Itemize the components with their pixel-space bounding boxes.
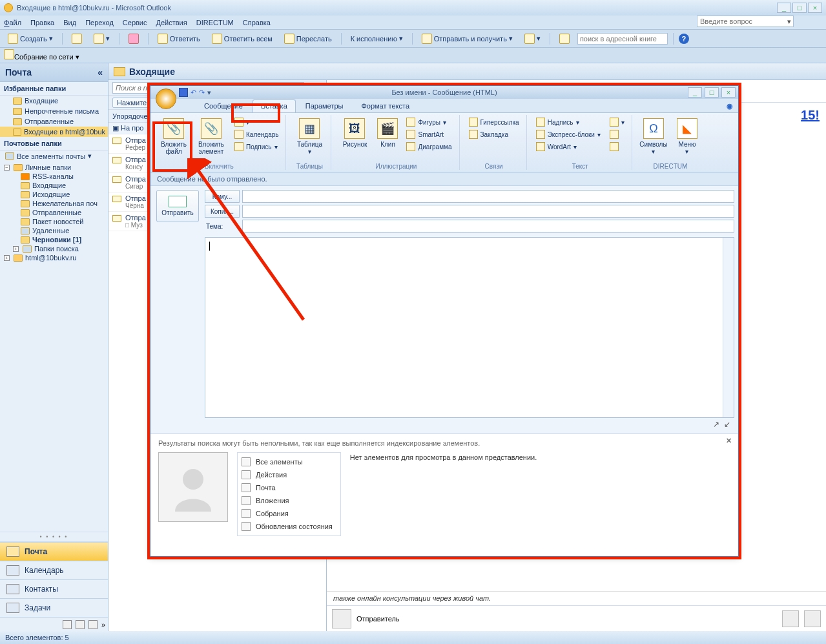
- cc-field[interactable]: [242, 205, 734, 218]
- menu-view[interactable]: Вид: [63, 19, 76, 26]
- tree-search-folders[interactable]: +Папки поиска: [12, 244, 108, 253]
- send-receive-button[interactable]: Отправить и получить ▾: [418, 32, 517, 46]
- tree-junk[interactable]: Нежелательная поч: [12, 199, 108, 208]
- compose-maximize[interactable]: □: [705, 87, 719, 98]
- nav-splitter[interactable]: • • • • •: [0, 532, 108, 542]
- pp-tab-status[interactable]: Обновления состояния: [240, 520, 334, 533]
- close-people-pane[interactable]: ✕: [726, 437, 732, 445]
- pp-tab-all[interactable]: Все элементы: [240, 455, 334, 468]
- expand-people-pane[interactable]: ↗ ↙: [713, 420, 732, 429]
- people-pane-icon[interactable]: [782, 610, 799, 627]
- qat-dropdown[interactable]: ▾: [207, 88, 211, 97]
- tree-inbox[interactable]: Входящие: [12, 181, 108, 190]
- textbox-button[interactable]: Надпись ▾: [533, 116, 604, 128]
- picture-button[interactable]: 🖼Рисунок: [337, 116, 372, 150]
- send-button[interactable]: Отправить: [156, 190, 199, 222]
- nav-calendar-button[interactable]: Календарь: [0, 561, 108, 579]
- wordart-button[interactable]: WordArt ▾: [533, 141, 604, 152]
- shortcuts-icon[interactable]: [88, 620, 98, 629]
- fav-sent[interactable]: Отправленные: [0, 116, 108, 127]
- address-search-input[interactable]: [577, 33, 668, 45]
- dropcap-button[interactable]: ▾: [606, 116, 628, 128]
- tree-news[interactable]: Пакет новостей: [12, 217, 108, 226]
- hint-chip[interactable]: Нажмите: [112, 98, 151, 108]
- address-book-button[interactable]: [555, 32, 573, 46]
- tree-deleted[interactable]: Удаленные: [12, 226, 108, 235]
- hyperlink-button[interactable]: Гиперссылка: [466, 116, 522, 128]
- ribbon-help-icon[interactable]: ◉: [721, 100, 738, 112]
- tab-options[interactable]: Параметры: [297, 99, 352, 112]
- followup-button[interactable]: К исполнению ▾: [347, 32, 407, 45]
- maximize-button[interactable]: □: [792, 3, 807, 13]
- quickparts-button[interactable]: Экспресс-блоки ▾: [533, 129, 604, 140]
- signature-button[interactable]: Подпись ▾: [231, 141, 282, 152]
- tree-personal-folders[interactable]: −Личные папки: [3, 163, 108, 172]
- pp-tab-actions[interactable]: Действия: [240, 468, 334, 481]
- tab-message[interactable]: Сообщение: [196, 99, 251, 112]
- menu-actions[interactable]: Действия: [156, 19, 187, 26]
- expand-icon[interactable]: +: [4, 255, 10, 261]
- bookmark-button[interactable]: Закладка: [466, 129, 522, 140]
- object-button[interactable]: [606, 141, 628, 152]
- compose-editor[interactable]: [205, 237, 734, 418]
- new-button[interactable]: Создать ▾: [4, 32, 57, 46]
- tree-outbox[interactable]: Исходящие: [12, 190, 108, 199]
- fav-inbox[interactable]: Входящие: [0, 96, 108, 106]
- help-button[interactable]: ?: [679, 34, 689, 44]
- undo-icon[interactable]: ↶: [191, 88, 196, 97]
- all-mail-items[interactable]: Все элементы почты ▾: [0, 151, 108, 161]
- collapse-icon[interactable]: −: [4, 165, 10, 171]
- menu-service[interactable]: Сервис: [123, 19, 147, 26]
- directum-menu-button[interactable]: ◣Меню ▾: [672, 116, 703, 157]
- fav-inbox-account[interactable]: Входящие в html@10buk: [0, 127, 108, 137]
- reply-all-button[interactable]: Ответить всем: [208, 32, 276, 46]
- business-card-button[interactable]: ▾: [231, 116, 282, 128]
- tree-rss[interactable]: RSS-каналы: [12, 172, 108, 181]
- delete-button[interactable]: [125, 32, 143, 46]
- menu-help[interactable]: Справка: [243, 19, 271, 26]
- collapse-icon[interactable]: «: [98, 67, 103, 78]
- pp-tab-attachments[interactable]: Вложения: [240, 494, 334, 507]
- compose-minimize[interactable]: _: [688, 87, 702, 98]
- attach-item-button[interactable]: 📎Вложить элемент: [194, 116, 229, 157]
- minimize-button[interactable]: _: [777, 3, 791, 13]
- nav-contacts-button[interactable]: Контакты: [0, 579, 108, 598]
- subject-field[interactable]: [242, 220, 734, 233]
- tree-drafts[interactable]: Черновики [1]: [12, 235, 108, 244]
- fav-unread[interactable]: Непрочтенные письма: [0, 106, 108, 116]
- tree-sent[interactable]: Отправленные: [12, 208, 108, 217]
- categorize-button[interactable]: ▾: [521, 32, 544, 46]
- chart-button[interactable]: Диаграмма: [403, 141, 455, 152]
- help-question-input[interactable]: [697, 17, 785, 25]
- tree-account[interactable]: +html@10bukv.ru: [3, 253, 108, 262]
- redo-icon[interactable]: ↷: [199, 88, 205, 97]
- help-question-box[interactable]: ▾: [697, 16, 794, 27]
- people-pane-icon[interactable]: [804, 610, 821, 627]
- menu-directum[interactable]: DIRECTUM: [196, 19, 234, 26]
- clip-button[interactable]: 🎬Клип: [375, 116, 400, 150]
- forward-button[interactable]: Переслать: [280, 32, 336, 46]
- tab-format[interactable]: Формат текста: [353, 99, 418, 112]
- editor-scrollbar[interactable]: [723, 238, 734, 417]
- table-button[interactable]: ▦Таблица ▾: [292, 116, 327, 157]
- shapes-button[interactable]: Фигуры ▾: [403, 116, 455, 128]
- close-button[interactable]: ×: [808, 3, 822, 13]
- reply-button[interactable]: Ответить: [154, 32, 204, 46]
- pp-tab-mail[interactable]: Почта: [240, 481, 334, 494]
- smartart-button[interactable]: SmartArt: [403, 129, 455, 140]
- folders-icon[interactable]: [76, 620, 85, 629]
- office-button[interactable]: [156, 88, 176, 109]
- menu-file[interactable]: ФФайлайл: [4, 19, 21, 26]
- print-button[interactable]: [68, 32, 86, 46]
- tab-insert[interactable]: Вставка: [253, 99, 296, 112]
- nav-mail-button[interactable]: Почта: [0, 542, 108, 561]
- to-field[interactable]: [242, 190, 734, 203]
- menu-go[interactable]: Переход: [85, 19, 114, 26]
- compose-close[interactable]: ×: [721, 87, 736, 98]
- attach-file-button[interactable]: 📎Вложить файл: [156, 116, 191, 157]
- save-icon[interactable]: [179, 88, 188, 97]
- menu-edit[interactable]: Правка: [30, 19, 54, 26]
- symbols-button[interactable]: ΩСимволы ▾: [638, 116, 669, 157]
- nav-tasks-button[interactable]: Задачи: [0, 598, 108, 617]
- nav-configure-icon[interactable]: »: [101, 621, 105, 628]
